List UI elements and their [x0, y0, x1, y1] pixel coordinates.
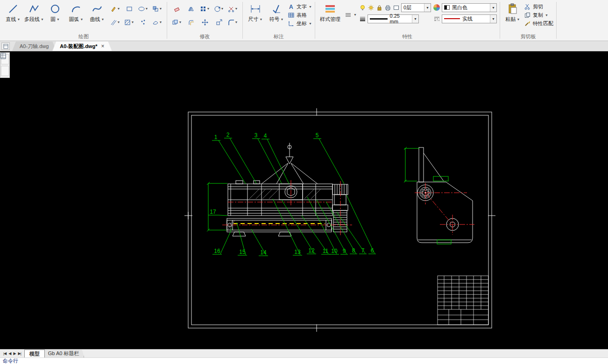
line-icon — [7, 3, 19, 15]
cut-button[interactable]: 剪切 — [524, 3, 553, 10]
ellipse-button[interactable]: ▼ — [136, 2, 150, 15]
line-label: 直线 — [6, 16, 16, 23]
file-tab-a0-daozhou[interactable]: A0-刀轴.dwg — [12, 42, 56, 51]
drawing-home-button[interactable] — [1, 42, 10, 50]
table-label: 表格 — [297, 12, 307, 19]
layout-nav-buttons: |◀ ◀ ▶ ▶| — [0, 351, 24, 356]
item-balloon: 8 — [352, 247, 355, 254]
mirror-button[interactable] — [184, 2, 198, 15]
rectangle-button[interactable] — [122, 2, 136, 15]
symbol-icon — [270, 3, 283, 15]
table-button[interactable]: 表格 — [288, 12, 312, 19]
chevron-down-icon: ▼ — [57, 18, 60, 21]
color-select[interactable]: 黑白色▼ — [442, 3, 497, 12]
erase-button[interactable] — [170, 2, 184, 15]
circle-button[interactable]: 圆▼ — [45, 1, 65, 33]
printer-icon[interactable] — [384, 4, 391, 11]
dimension-button[interactable]: 尺寸▼ — [246, 1, 265, 33]
copy-icon — [524, 12, 531, 19]
linetype-sample — [444, 18, 460, 19]
match-properties-label: 特性匹配 — [533, 20, 553, 27]
scale-button[interactable] — [212, 16, 226, 28]
item-balloon: 7 — [361, 247, 365, 254]
spline-icon — [91, 3, 103, 15]
paste-button[interactable]: 粘贴▼ — [503, 1, 523, 33]
file-tab-a0-zhuangpeitu[interactable]: A0-装配图.dwg*× — [52, 42, 112, 51]
sun-icon[interactable] — [368, 4, 375, 11]
bulb-icon[interactable] — [359, 4, 366, 11]
array-button[interactable]: ▼ — [198, 2, 212, 15]
sheet-side-toolbar — [0, 52, 10, 78]
item-balloon: 15 — [239, 249, 246, 255]
style-manager-button[interactable]: 样式管理 — [318, 1, 342, 33]
circle-icon — [49, 3, 61, 15]
ribbon-divider — [167, 2, 167, 39]
style-list-button[interactable]: ▼ — [345, 11, 357, 18]
chevron-down-icon: ▼ — [490, 4, 496, 12]
next-layout-button[interactable]: ▶ — [13, 351, 15, 356]
linetype-select[interactable]: 实线▼ — [442, 14, 497, 23]
layout-tab-titleblock[interactable]: Gb A0 标题栏 — [43, 350, 85, 357]
copy-object-button[interactable]: ▼ — [170, 16, 184, 28]
chevron-down-icon: ▼ — [117, 21, 120, 24]
parallel-lines-button[interactable]: ▼ — [108, 16, 122, 28]
first-layout-button[interactable]: |◀ — [3, 351, 6, 356]
chevron-down-icon: ▼ — [41, 18, 44, 21]
item-balloon: 9 — [343, 248, 346, 254]
item-balloon: 5 — [316, 132, 319, 139]
polyline-icon — [28, 3, 40, 15]
coordinate-button[interactable]: 坐标▼ — [288, 20, 312, 27]
chevron-down-icon: ▼ — [159, 21, 163, 24]
match-properties-button[interactable]: 特性匹配 — [524, 20, 553, 27]
move-button[interactable] — [198, 16, 212, 28]
lock-icon[interactable] — [376, 4, 383, 11]
item-balloon: 4 — [264, 133, 267, 139]
close-icon[interactable]: × — [101, 43, 104, 49]
chevron-down-icon: ▼ — [235, 7, 238, 10]
arc-button[interactable]: 圆弧▼ — [66, 1, 86, 33]
ribbon-group-annotate: 尺寸▼ 符号▼ A文字▼ 表格 坐标▼ 标注 — [243, 0, 314, 41]
offset-button[interactable] — [184, 16, 198, 28]
sheet-grid-button[interactable] — [1, 66, 9, 76]
spline-button[interactable]: 曲线▼ — [87, 1, 107, 33]
symbol-label: 符号 — [269, 16, 280, 23]
chevron-down-icon: ▼ — [207, 7, 210, 10]
chevron-down-icon: ▼ — [412, 15, 418, 23]
symbol-button[interactable]: 符号▼ — [267, 1, 286, 33]
block-button[interactable]: ▼ — [150, 2, 164, 15]
line-button[interactable]: 直线▼ — [3, 1, 23, 33]
hatch-button[interactable]: ▼ — [122, 16, 136, 28]
fillet-button[interactable]: ▼ — [226, 16, 240, 28]
frame-icon[interactable] — [393, 4, 400, 11]
drawing-canvas-svg[interactable]: 1 2 3 4 5 17 16 15 14 13 12 11 10 9 8 7 … — [0, 51, 608, 349]
chevron-down-icon: ▼ — [545, 14, 548, 17]
pencil-sketch-button[interactable]: ▼ — [108, 2, 122, 15]
item-balloon: 3 — [255, 132, 258, 139]
polyline-button[interactable]: 多段线▼ — [24, 1, 44, 33]
point-button[interactable] — [136, 16, 150, 28]
chevron-down-icon: ▼ — [235, 21, 238, 24]
file-tab-label: A0-刀轴.dwg — [20, 43, 49, 50]
trim-button[interactable]: ▼ — [226, 2, 240, 15]
chevron-down-icon: ▼ — [309, 5, 312, 8]
item-balloon: 6 — [371, 247, 374, 254]
last-layout-button[interactable]: ▶| — [18, 351, 21, 356]
text-label: 文字 — [297, 3, 307, 10]
prev-layout-button[interactable]: ◀ — [8, 351, 11, 356]
cad-application: 直线▼ 多段线▼ 圆▼ 圆弧▼ 曲线▼ ▼ ▼ ▼ — [0, 0, 608, 364]
draw-group-label: 绘图 — [1, 33, 166, 40]
paste-icon — [507, 3, 519, 15]
menu-lines-icon — [345, 11, 352, 18]
ribbon-divider — [556, 2, 557, 39]
drawing-canvas[interactable]: 1 2 3 4 5 17 16 15 14 13 12 11 10 9 8 7 … — [0, 51, 608, 349]
coordinate-icon — [288, 20, 295, 27]
lineweight-select[interactable]: 0.25 mm▼ — [368, 14, 419, 23]
copy-button[interactable]: 复制▼ — [524, 12, 553, 19]
layer-select[interactable]: 0层▼ — [401, 3, 431, 12]
layout-tab-label: 模型 — [29, 350, 40, 357]
dimension-icon — [249, 3, 262, 15]
region-button[interactable]: ▼ — [150, 16, 164, 28]
layout-tab-model[interactable]: 模型 — [24, 350, 45, 357]
rotate-button[interactable]: ▼ — [212, 2, 226, 15]
text-button[interactable]: A文字▼ — [288, 3, 312, 10]
